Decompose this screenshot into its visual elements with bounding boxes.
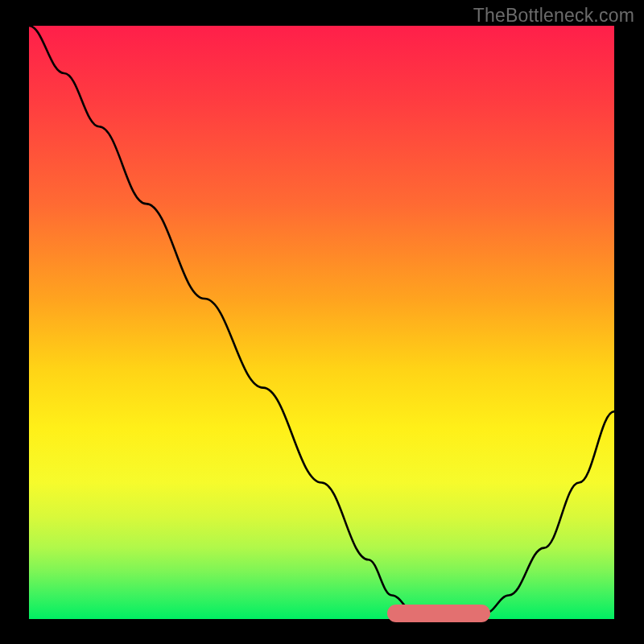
watermark-text: TheBottleneck.com — [473, 5, 634, 27]
bottleneck-curve — [29, 26, 614, 619]
chart-frame: TheBottleneck.com — [0, 0, 644, 644]
optimal-range-marker — [387, 605, 490, 622]
plot-area — [29, 26, 614, 619]
